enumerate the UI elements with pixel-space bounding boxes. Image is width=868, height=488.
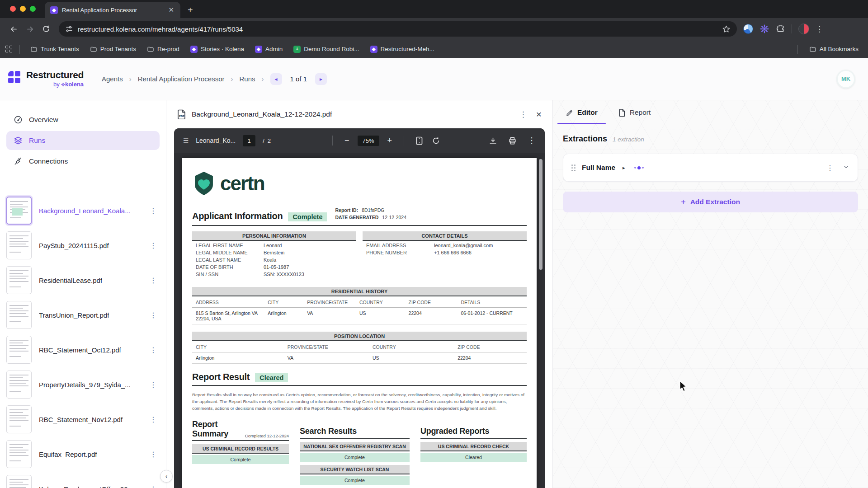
pdf-doc-name: Leonard_Ko... bbox=[196, 137, 236, 144]
status-cell: Cleared bbox=[420, 453, 527, 462]
sidebar-item-overview[interactable]: Overview bbox=[6, 110, 160, 129]
browser-menu-kebab-icon[interactable]: ⋮ bbox=[816, 24, 823, 34]
chevron-down-icon[interactable] bbox=[843, 164, 849, 172]
document-menu-kebab-icon[interactable]: ⋮ bbox=[150, 206, 157, 215]
list-item-property-details-pdf[interactable]: PropertyDetails_979_Syida_... ⋮ bbox=[0, 368, 166, 401]
bookmark-star-icon[interactable] bbox=[722, 25, 731, 33]
extraction-kebab-icon[interactable]: ⋮ bbox=[826, 164, 834, 172]
column-title: Upgraded Reports bbox=[420, 427, 489, 436]
url-text[interactable]: restructured.kolena.com/mehrad/agents/41… bbox=[78, 25, 717, 33]
new-tab-button[interactable]: + bbox=[180, 5, 193, 18]
bookmark-label: Trunk Tenants bbox=[41, 46, 79, 52]
add-extraction-button[interactable]: + Add Extraction bbox=[563, 192, 858, 212]
document-menu-kebab-icon[interactable]: ⋮ bbox=[150, 311, 157, 319]
kolena-purple-icon: ◆ bbox=[255, 46, 262, 53]
pdf-scrollbar[interactable] bbox=[539, 159, 542, 270]
close-window-button[interactable] bbox=[10, 6, 16, 12]
document-menu-kebab-icon[interactable]: ⋮ bbox=[150, 485, 157, 488]
chevron-left-icon: ‹ bbox=[165, 473, 168, 480]
rotate-icon[interactable] bbox=[432, 136, 440, 145]
bookmark-re-prod[interactable]: Re-prod bbox=[143, 44, 184, 55]
pdf-more-kebab-icon[interactable]: ⋮ bbox=[528, 136, 536, 145]
document-menu-kebab-icon[interactable]: ⋮ bbox=[150, 276, 157, 285]
zoom-in-icon[interactable]: + bbox=[387, 136, 392, 145]
logo-title: Restructured bbox=[26, 70, 84, 80]
add-extraction-label: Add Extraction bbox=[690, 198, 740, 206]
bookmark-admin[interactable]: ◆ Admin bbox=[251, 44, 287, 55]
tab-report[interactable]: Report bbox=[616, 100, 654, 124]
pdf-toolbar: ≡ Leonard_Ko... 1 / 2 − 75% + bbox=[174, 128, 545, 153]
window-controls[interactable] bbox=[0, 6, 45, 18]
report-result-heading: Report Result Cleared bbox=[192, 372, 527, 382]
prev-run-button[interactable]: ◂ bbox=[270, 73, 282, 85]
bookmark-label: Demo Round Robi... bbox=[304, 46, 359, 52]
user-avatar[interactable]: MK bbox=[836, 70, 855, 89]
breadcrumb-agents[interactable]: Agents bbox=[102, 75, 123, 83]
list-item-equifax-pdf[interactable]: Equifax_Report.pdf ⋮ bbox=[0, 438, 166, 470]
url-bar[interactable]: restructured.kolena.com/mehrad/agents/41… bbox=[59, 21, 737, 37]
bookmark-restructured-meh[interactable]: ◆ Restructured-Meh... bbox=[366, 44, 439, 55]
reload-icon[interactable] bbox=[39, 22, 53, 36]
breadcrumb-agent-name[interactable]: Rental Application Processor bbox=[138, 75, 225, 83]
sidebar-item-runs[interactable]: Runs bbox=[6, 131, 160, 150]
green-plus-icon: + bbox=[293, 46, 301, 53]
restructured-logo-icon bbox=[8, 71, 22, 84]
list-item-rbc-oct12-pdf[interactable]: RBC_Statement_Oct12.pdf ⋮ bbox=[0, 333, 166, 366]
loading-dots-indicator bbox=[634, 166, 644, 169]
expand-arrow-icon[interactable]: ▸ bbox=[623, 165, 625, 171]
site-settings-icon[interactable] bbox=[65, 25, 73, 33]
extension-blue-icon[interactable] bbox=[743, 24, 753, 34]
search-results-column: Search Results NATIONAL SEX OFFENDER REG… bbox=[300, 420, 410, 488]
page-separator: / bbox=[263, 137, 264, 144]
pdf-menu-hamburger-icon[interactable]: ≡ bbox=[183, 135, 189, 146]
bookmark-trunk-tenants[interactable]: Trunk Tenants bbox=[26, 44, 83, 55]
sidebar-item-connections[interactable]: Connections bbox=[6, 152, 160, 171]
list-item-transunion-pdf[interactable]: TransUnion_Report.pdf ⋮ bbox=[0, 299, 166, 331]
extension-starburst-icon[interactable] bbox=[760, 24, 769, 34]
list-item-paystub-pdf[interactable]: PayStub_20241115.pdf ⋮ bbox=[0, 229, 166, 262]
zoom-level[interactable]: 75% bbox=[358, 136, 379, 146]
fit-to-page-icon[interactable] bbox=[416, 136, 423, 145]
all-bookmarks-button[interactable]: All Bookmarks bbox=[805, 44, 863, 55]
screen: ◆ Rental Application Processor ✕ + restr… bbox=[0, 0, 868, 488]
document-kebab-icon[interactable]: ⋮ bbox=[519, 110, 527, 119]
tab-editor[interactable]: Editor bbox=[563, 100, 600, 124]
list-item-rbc-nov12-pdf[interactable]: RBC_Statement_Nov12.pdf ⋮ bbox=[0, 403, 166, 436]
pdf-file-icon: PDF bbox=[177, 109, 186, 119]
document-thumbnail bbox=[6, 405, 32, 433]
back-icon[interactable] bbox=[6, 22, 21, 36]
zoom-window-button[interactable] bbox=[30, 6, 36, 12]
apps-grid-icon[interactable] bbox=[5, 46, 12, 52]
folder-icon bbox=[809, 46, 816, 53]
list-item-background-pdf[interactable]: Background_Leonard_Koala... ⋮ bbox=[0, 194, 166, 227]
page-number-input[interactable]: 1 bbox=[243, 135, 255, 146]
print-icon[interactable] bbox=[508, 136, 517, 145]
browser-profile-avatar[interactable] bbox=[798, 23, 809, 34]
sidebar-collapse-button[interactable]: ‹ bbox=[160, 470, 173, 483]
extensions-puzzle-icon[interactable] bbox=[776, 24, 785, 34]
document-name: Kolena_EmploymentOffer_20... bbox=[39, 485, 133, 488]
minimize-window-button[interactable] bbox=[20, 6, 26, 12]
document-menu-kebab-icon[interactable]: ⋮ bbox=[150, 450, 157, 459]
bookmark-prod-tenants[interactable]: Prod Tenants bbox=[86, 44, 140, 55]
list-item-residential-lease-pdf[interactable]: ResidentialLease.pdf ⋮ bbox=[0, 264, 166, 296]
next-run-button[interactable]: ▸ bbox=[315, 73, 327, 85]
bookmark-demo-round-robin[interactable]: + Demo Round Robi... bbox=[289, 44, 363, 55]
document-menu-kebab-icon[interactable]: ⋮ bbox=[150, 241, 157, 250]
restructured-logo[interactable]: Restructured by ⟡kolena bbox=[8, 70, 92, 88]
browser-tab[interactable]: ◆ Rental Application Processor ✕ bbox=[45, 2, 180, 18]
document-menu-kebab-icon[interactable]: ⋮ bbox=[150, 415, 157, 424]
close-document-icon[interactable]: × bbox=[536, 109, 542, 120]
bookmark-stories-kolena[interactable]: ◆ Stories · Kolena bbox=[186, 44, 248, 55]
document-menu-kebab-icon[interactable]: ⋮ bbox=[150, 380, 157, 389]
status-cell: Complete bbox=[300, 453, 410, 462]
document-menu-kebab-icon[interactable]: ⋮ bbox=[150, 346, 157, 354]
extraction-row-full-name[interactable]: Full Name ▸ ⋮ bbox=[563, 154, 858, 182]
drag-handle-icon[interactable] bbox=[571, 164, 576, 171]
forward-icon[interactable] bbox=[23, 22, 37, 36]
breadcrumb-runs[interactable]: Runs bbox=[239, 75, 255, 83]
tab-close-icon[interactable]: ✕ bbox=[166, 6, 176, 14]
list-item-employment-offer-pdf[interactable]: Kolena_EmploymentOffer_20... ⋮ bbox=[0, 473, 166, 488]
download-icon[interactable] bbox=[489, 136, 497, 145]
zoom-out-icon[interactable]: − bbox=[344, 136, 349, 145]
